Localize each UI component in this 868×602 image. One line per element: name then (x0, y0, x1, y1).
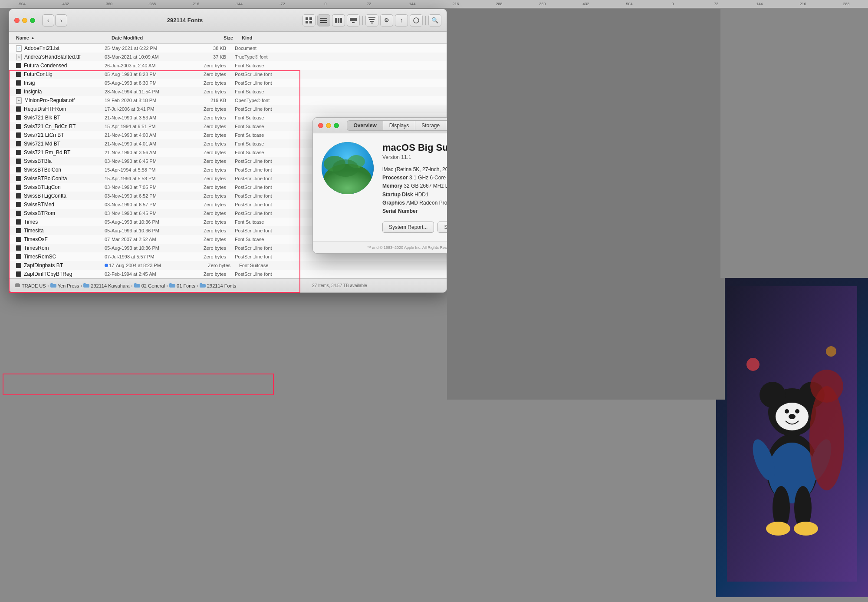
back-button[interactable]: ‹ (42, 14, 54, 26)
font-suitcase-icon (16, 141, 21, 146)
file-size: Zero bytes (191, 132, 226, 138)
table-row[interactable]: A MinionPro-Regular.otf 19-Feb-2020 at 8… (9, 96, 447, 105)
about-minimize-button[interactable] (326, 123, 331, 128)
action-button[interactable]: ⚙ (380, 14, 393, 26)
col-name-header[interactable]: Name ▲ (16, 35, 112, 40)
svg-rect-32 (352, 22, 355, 23)
file-date: 15-Apr-1994 at 5:58 PM (105, 167, 191, 172)
file-date: 03-Nov-1990 at 6:45 PM (105, 211, 191, 216)
ttf-icon: A (16, 54, 22, 60)
font-suitcase-icon (16, 185, 21, 190)
svg-text:144: 144 (409, 2, 415, 6)
table-row[interactable]: ZapfDingbats BT 17-Aug-2004 at 8:23 PM Z… (9, 261, 447, 270)
system-report-button[interactable]: System Report... (382, 222, 434, 233)
toolbar-sep-1 (362, 16, 363, 25)
breadcrumb-item[interactable]: 01 Fonts (169, 283, 195, 288)
statusbar-selection-border (3, 374, 274, 395)
col-kind-header[interactable]: Kind (233, 35, 440, 40)
svg-rect-28 (335, 18, 337, 23)
font-suitcase-icon (16, 72, 21, 77)
breadcrumb-label: 01 Fonts (177, 283, 195, 288)
table-row[interactable]: Insignia 28-Nov-1994 at 11:54 PM Zero by… (9, 87, 447, 96)
search-button[interactable]: 🔍 (428, 14, 441, 26)
icon-view-button[interactable] (302, 14, 316, 26)
file-date: 03-Nov-1990 at 6:57 PM (105, 202, 191, 207)
svg-point-53 (789, 414, 796, 419)
svg-rect-21 (306, 17, 308, 20)
table-row[interactable]: A Andrea'sHandSlanted.ttf 03-Mar-2021 at… (9, 53, 447, 61)
file-date: 05-Aug-1993 at 8:30 PM (105, 80, 191, 86)
col-size-header[interactable]: Size (198, 35, 233, 40)
breadcrumb-item[interactable]: Yen Press (50, 283, 79, 288)
file-date: 05-Aug-1993 at 8:28 PM (105, 72, 191, 77)
font-suitcase-icon (16, 115, 21, 120)
tab-storage[interactable]: Storage (415, 120, 446, 131)
file-kind: Document (226, 46, 440, 51)
font-suitcase-icon (16, 150, 21, 155)
folder-icon (200, 283, 206, 288)
file-name: Insig (16, 80, 105, 86)
file-name: Swis721 Rm_Bd BT (16, 149, 105, 155)
table-row[interactable]: Futura Condensed 26-Jun-2003 at 2:40 AM … (9, 61, 447, 70)
file-date: 15-Apr-1994 at 9:51 PM (105, 124, 191, 129)
sort-button[interactable] (365, 14, 378, 26)
about-close-button[interactable] (318, 123, 323, 128)
share-button[interactable]: ↑ (395, 14, 408, 26)
file-name: Swis721 Md BT (16, 141, 105, 147)
table-row[interactable]: Insig 05-Aug-1993 at 8:30 PM Zero bytes … (9, 79, 447, 87)
file-size: Zero bytes (191, 124, 226, 129)
table-row[interactable]: FuturConLig 05-Aug-1993 at 8:28 PM Zero … (9, 70, 447, 79)
svg-text:-216: -216 (191, 2, 199, 6)
table-row[interactable]: RequiDisHTFRom 17-Jul-2006 at 3:41 PM Ze… (9, 105, 447, 113)
breadcrumb-item[interactable]: 02 General (134, 283, 165, 288)
font-suitcase-icon (16, 202, 21, 207)
window-controls (14, 18, 35, 23)
svg-text:-432: -432 (61, 2, 69, 6)
file-kind: Font Suitcase (230, 263, 440, 268)
svg-rect-36 (371, 23, 373, 23)
maximize-button[interactable] (30, 18, 35, 23)
forward-button[interactable]: › (55, 14, 67, 26)
ruler-top: -504 -432 -360 -288 -216 -144 -72 0 72 1… (0, 0, 868, 8)
about-maximize-button[interactable] (334, 123, 339, 128)
svg-rect-39 (16, 283, 19, 284)
list-view-button[interactable] (317, 14, 330, 26)
gallery-view-button[interactable] (347, 14, 360, 26)
toolbar-icons: ⚙ ↑ 🔍 (302, 14, 441, 26)
file-size: Zero bytes (191, 237, 226, 242)
col-date-header[interactable]: Date Modified (112, 35, 198, 40)
file-date: 19-Feb-2020 at 8:18 PM (105, 98, 191, 103)
svg-text:-504: -504 (18, 2, 26, 6)
file-name: SwissBTLigCon (16, 184, 105, 190)
tab-overview[interactable]: Overview (347, 120, 383, 131)
font-suitcase-icon (16, 245, 21, 251)
svg-text:288: 288 (843, 2, 849, 6)
font-suitcase-icon (16, 219, 21, 225)
svg-point-48 (760, 382, 786, 408)
file-size: Zero bytes (191, 176, 226, 181)
file-name: Swis721 Cn_BdCn BT (16, 123, 105, 129)
svg-rect-30 (340, 18, 342, 23)
minimize-button[interactable] (22, 18, 27, 23)
file-name: ZapfDinITCbyBTReg (16, 271, 105, 277)
file-name: Times (16, 219, 105, 225)
file-size: Zero bytes (191, 141, 226, 146)
file-date: 05-Aug-1993 at 10:36 PM (105, 245, 191, 251)
svg-text:216: 216 (799, 2, 806, 6)
breadcrumb-item[interactable]: 292114 Fonts (200, 283, 236, 288)
svg-rect-31 (350, 18, 357, 21)
file-kind: PostScr...line font (226, 254, 440, 259)
table-row[interactable]: ZapfDinITCbyBTReg 02-Feb-1994 at 2:45 AM… (9, 270, 447, 278)
breadcrumb-item[interactable]: TRADE US (14, 283, 46, 289)
tab-displays[interactable]: Displays (383, 120, 415, 131)
tag-button[interactable] (410, 14, 423, 26)
file-kind: PostScr...line font (226, 271, 440, 277)
column-view-button[interactable] (332, 14, 345, 26)
svg-text:-288: -288 (148, 2, 156, 6)
breadcrumb-item[interactable]: 292114 Kawahara (83, 283, 129, 288)
close-button[interactable] (14, 18, 20, 23)
breadcrumb-separator: › (47, 283, 49, 289)
file-size: Zero bytes (191, 219, 226, 225)
svg-rect-29 (338, 18, 339, 23)
table-row[interactable]: 📄 AdobeFnt21.lst 25-May-2021 at 6:22 PM … (9, 44, 447, 53)
